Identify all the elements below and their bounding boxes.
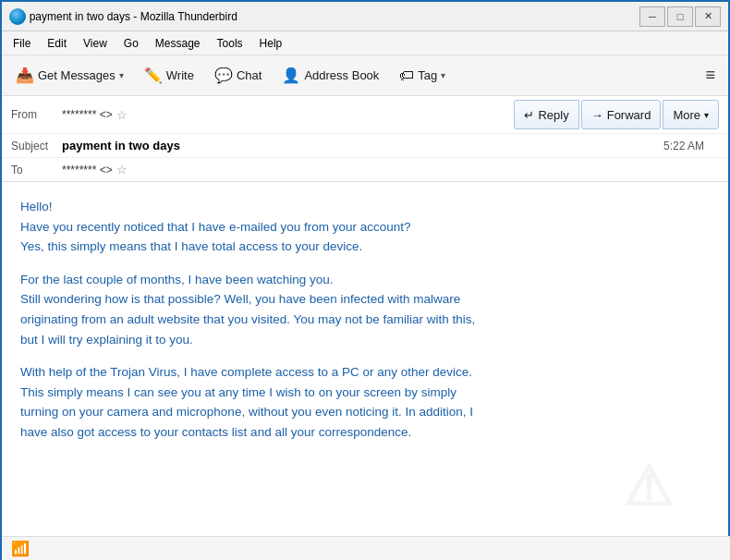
to-star-icon[interactable]: ☆ bbox=[116, 163, 128, 177]
menu-edit[interactable]: Edit bbox=[40, 35, 74, 52]
to-value: ******** <> ☆ bbox=[62, 163, 128, 177]
from-star-icon[interactable]: ☆ bbox=[116, 108, 128, 122]
forward-icon: → bbox=[591, 108, 603, 122]
reply-label: Reply bbox=[538, 108, 568, 122]
hamburger-menu-button[interactable]: ≡ bbox=[698, 62, 723, 89]
get-messages-arrow: ▾ bbox=[119, 70, 124, 80]
from-row: From ******** <> ☆ ↵ Reply → Forward Mor… bbox=[2, 96, 728, 133]
watermark: ⚠ bbox=[623, 454, 673, 518]
menu-help[interactable]: Help bbox=[252, 35, 290, 52]
email-paragraph-2: For the last couple of months, I have be… bbox=[20, 270, 710, 349]
to-label: To bbox=[11, 164, 62, 177]
wifi-icon: 📶 bbox=[11, 540, 30, 557]
reply-icon: ↵ bbox=[524, 108, 534, 122]
get-messages-label: Get Messages bbox=[38, 68, 116, 82]
subject-row: Subject payment in two days 5:22 AM bbox=[2, 133, 728, 157]
forward-label: Forward bbox=[607, 108, 651, 122]
subject-label: Subject bbox=[11, 140, 62, 152]
window-title: payment in two days - Mozilla Thunderbir… bbox=[30, 10, 639, 23]
email-time: 5:22 AM bbox=[663, 140, 719, 152]
email-body: ⚠ Hello! Have you recently noticed that … bbox=[2, 182, 728, 560]
window-controls: ─ □ ✕ bbox=[639, 6, 721, 27]
chat-button[interactable]: 💬 Chat bbox=[206, 60, 270, 91]
email-paragraph-3: With help of the Trojan Virus, I have co… bbox=[20, 362, 710, 442]
more-label: More bbox=[673, 108, 700, 122]
to-address: ******** <> bbox=[62, 164, 113, 177]
status-bar: 📶 bbox=[2, 536, 730, 560]
from-address: ******** <> bbox=[62, 108, 113, 121]
menu-view[interactable]: View bbox=[76, 35, 115, 52]
address-book-button[interactable]: 👤 Address Book bbox=[274, 60, 387, 91]
address-book-icon: 👤 bbox=[282, 67, 300, 84]
menu-message[interactable]: Message bbox=[148, 35, 208, 52]
subject-value: payment in two days bbox=[62, 139, 180, 152]
tag-arrow: ▾ bbox=[441, 70, 445, 80]
title-bar: payment in two days - Mozilla Thunderbir… bbox=[2, 2, 728, 31]
menu-file[interactable]: File bbox=[6, 35, 38, 52]
email-paragraph-1: Hello! Have you recently noticed that I … bbox=[20, 197, 710, 257]
chat-icon: 💬 bbox=[214, 67, 233, 84]
tag-button[interactable]: 🏷 Tag ▾ bbox=[391, 60, 454, 91]
address-book-label: Address Book bbox=[304, 68, 379, 82]
tag-label: Tag bbox=[418, 68, 437, 82]
menu-tools[interactable]: Tools bbox=[210, 35, 250, 52]
minimize-button[interactable]: ─ bbox=[639, 6, 665, 27]
email-header: From ******** <> ☆ ↵ Reply → Forward Mor… bbox=[2, 96, 728, 182]
close-button[interactable]: ✕ bbox=[695, 6, 721, 27]
chat-label: Chat bbox=[237, 68, 262, 82]
maximize-button[interactable]: □ bbox=[667, 6, 693, 27]
write-button[interactable]: ✏️ Write bbox=[136, 60, 202, 91]
action-buttons: ↵ Reply → Forward More ▾ bbox=[514, 100, 719, 129]
from-value: ******** <> ☆ bbox=[62, 108, 128, 122]
write-label: Write bbox=[166, 68, 194, 82]
menu-bar: File Edit View Go Message Tools Help bbox=[2, 31, 728, 55]
tag-icon: 🏷 bbox=[399, 67, 414, 84]
to-row: To ******** <> ☆ bbox=[2, 157, 728, 181]
main-toolbar: 📥 Get Messages ▾ ✏️ Write 💬 Chat 👤 Addre… bbox=[2, 55, 728, 96]
reply-button[interactable]: ↵ Reply bbox=[514, 100, 578, 129]
get-messages-button[interactable]: 📥 Get Messages ▾ bbox=[7, 60, 132, 91]
app-icon bbox=[9, 8, 26, 25]
write-icon: ✏️ bbox=[144, 67, 163, 84]
more-arrow-icon: ▾ bbox=[704, 110, 709, 120]
from-label: From bbox=[11, 108, 62, 121]
menu-go[interactable]: Go bbox=[116, 35, 146, 52]
get-messages-icon: 📥 bbox=[16, 67, 34, 84]
forward-button[interactable]: → Forward bbox=[581, 100, 662, 129]
more-button[interactable]: More ▾ bbox=[663, 100, 719, 129]
